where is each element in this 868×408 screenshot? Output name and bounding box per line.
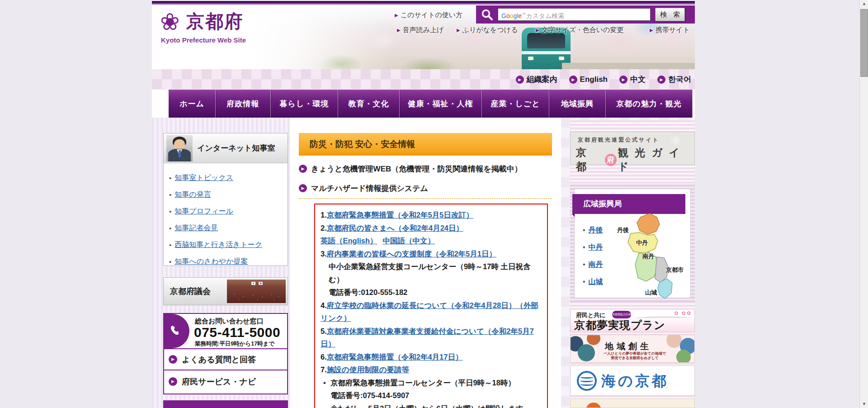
region-link[interactable]: 中丹 bbox=[589, 243, 603, 252]
scrollbar-down-button[interactable]: ▼ bbox=[860, 400, 868, 408]
governor-link[interactable]: 知事の発言 bbox=[175, 190, 211, 199]
list-item: •知事室トピックス bbox=[169, 170, 288, 186]
wave-logo-icon bbox=[577, 371, 597, 391]
sea-of-kyoto-title: 海の京都 bbox=[601, 371, 669, 391]
emergency-item-number: 6. bbox=[321, 353, 327, 361]
nav-item-kurashi[interactable]: 暮らし・環境 bbox=[271, 90, 338, 118]
governor-link[interactable]: 知事プロフィール bbox=[175, 207, 233, 216]
site-usage-link[interactable]: ▶このサイトの使い方 bbox=[395, 11, 462, 19]
partial-banner[interactable] bbox=[570, 399, 695, 408]
sea-of-kyoto-banner[interactable]: 海の京都 bbox=[570, 365, 695, 396]
region-link[interactable]: 丹後 bbox=[589, 226, 603, 235]
emergency-link[interactable]: 施設の使用制限の要請等 bbox=[327, 365, 409, 374]
nav-item-kanko[interactable]: 京都の魅力・観光 bbox=[606, 90, 693, 118]
governor-office-header[interactable]: インターネット知事室 bbox=[164, 133, 288, 163]
nav-item-home[interactable]: ホーム bbox=[169, 90, 216, 118]
search-icon bbox=[481, 8, 493, 21]
governor-link[interactable]: 知事へのさわやか提案 bbox=[175, 257, 248, 266]
regional-creation-banner[interactable]: 地域創生 一人ひとりの夢や希望が全ての地域で実現できる京都府をめざして bbox=[570, 335, 695, 363]
dream-plan-banner[interactable]: 府民と共に 京都府総合計画 ✿ ✿✿ 京都夢実現プラン bbox=[570, 309, 695, 332]
governor-office-box: インターネット知事室 •知事室トピックス •知事の発言 •知事プロフィール •知… bbox=[163, 133, 288, 266]
dream-plan-badge: 京都府総合計画 bbox=[612, 311, 631, 318]
language-link[interactable]: ▶한국어 bbox=[657, 74, 691, 85]
region-link[interactable]: 山城 bbox=[589, 277, 603, 287]
nav-item-kenko[interactable]: 健康・福祉・人権 bbox=[400, 90, 482, 118]
governor-link[interactable]: 西脇知事と行き活きトーク bbox=[175, 240, 262, 250]
governor-link[interactable]: 知事記者会見 bbox=[175, 223, 218, 233]
emergency-item-number: 1. bbox=[321, 211, 327, 219]
search-bar: Google™カスタム検索 検 索 bbox=[476, 5, 695, 24]
nav-item-fusei[interactable]: 府政情報 bbox=[216, 90, 271, 118]
language-link[interactable]: ▶組織案内 bbox=[516, 74, 557, 85]
bullet-icon: • bbox=[169, 241, 171, 249]
citizen-service-navi-link[interactable]: ▶ 府民サービス・ナビ bbox=[164, 370, 287, 393]
bullet-icon: • bbox=[169, 258, 171, 266]
utility-link-textsize[interactable]: ▶文字サイズ・色合いの変更 bbox=[536, 26, 623, 34]
region-link[interactable]: 南丹 bbox=[589, 260, 603, 270]
emergency-line: 1.京都府緊急事態措置（令和2年5月5日改訂） bbox=[321, 209, 542, 222]
emergency-line: •京都府緊急事態措置コールセンター（平日9時～18時） bbox=[321, 376, 542, 389]
emergency-plain-text: ※ただし、5月2日（土曜）から6日（水曜）は開設します。 bbox=[330, 404, 531, 408]
emergency-link[interactable]: 京都府民の皆さまへ（令和2年4月24日） bbox=[327, 224, 463, 232]
crisis-management-web-link[interactable]: ▶ きょうと危機管理WEB（危機管理・防災関連情報を掲載中） bbox=[299, 163, 522, 175]
emergency-link[interactable]: 京都府緊急事態措置（令和2年4月17日） bbox=[327, 353, 463, 361]
multi-hazard-system-link[interactable]: ▶ マルチハザード情報提供システム bbox=[299, 182, 428, 194]
emergency-link[interactable]: 京都府休業要請対象事業者支援給付金について（令和2年5月7日） bbox=[321, 327, 534, 348]
emergency-link[interactable]: 府立学校の臨時休業の延長について（令和2年4月28日）（外部リンク） bbox=[321, 301, 538, 323]
emergency-sub-link[interactable]: 中国語（中文） bbox=[383, 237, 435, 245]
emergency-plain-text: 京都府緊急事態措置コールセンター（平日9時～18時） bbox=[330, 379, 515, 387]
play-circle-icon: ▶ bbox=[169, 377, 177, 386]
map-label-nantan: 南丹 bbox=[642, 252, 654, 261]
regional-bureau-box: 広域振興局 •丹後 •中丹 •南丹 •山城 bbox=[570, 185, 695, 302]
nav-item-kyoiku[interactable]: 教育・文化 bbox=[338, 90, 400, 118]
site-logo[interactable]: ❀ 京都府 Kyoto Prefecture Web Site bbox=[160, 8, 341, 53]
utility-link-voice[interactable]: ▶音声読み上げ bbox=[397, 26, 443, 34]
governor-link[interactable]: 知事室トピックス bbox=[175, 173, 233, 183]
photo-circle bbox=[666, 335, 682, 348]
scrollbar-thumb[interactable] bbox=[860, 9, 868, 77]
search-input[interactable]: Google™カスタム検索 bbox=[498, 8, 651, 21]
governor-photo bbox=[166, 135, 193, 161]
utility-link-furigana[interactable]: ▶ふりがなをつける bbox=[457, 26, 518, 34]
scrollbar-up-button[interactable]: ▲ bbox=[860, 0, 868, 8]
photo-circle bbox=[578, 344, 595, 361]
utility-link-mobile[interactable]: ▶携帯サイト bbox=[650, 26, 690, 34]
tourism-banner-title: 京 都 府 観 光 ガ イ ド bbox=[576, 146, 694, 174]
site-header: ❀ 京都府 Kyoto Prefecture Web Site ▶このサイトの使… bbox=[152, 5, 695, 69]
japan-flag-icon bbox=[251, 282, 255, 285]
assembly-banner[interactable]: 京都府議会 bbox=[163, 277, 288, 305]
emergency-link[interactable]: 府内事業者の皆様への支援制度（令和2年5月1日） bbox=[327, 250, 496, 258]
search-placeholder-brand: Google bbox=[501, 12, 522, 19]
emergency-sub-link[interactable]: 英語（English） bbox=[321, 237, 377, 245]
emergency-link[interactable]: 京都府緊急事態措置（令和2年5月5日改訂） bbox=[327, 211, 474, 219]
search-button[interactable]: 検 索 bbox=[655, 8, 685, 21]
tourism-guide-banner[interactable]: 京都府観光連盟公式サイト 京 都 府 観 光 ガ イ ド bbox=[570, 132, 695, 165]
kyoto-flag-icon bbox=[259, 282, 263, 285]
nav-item-chiiki[interactable]: 地域振興 bbox=[549, 90, 606, 118]
kyoto-region-map[interactable]: 丹後 中丹 南丹 京都市 山城 bbox=[613, 211, 688, 301]
nav-item-sangyo[interactable]: 産業・しごと bbox=[482, 90, 549, 118]
window-scrollbar[interactable]: ▲ ▼ bbox=[859, 0, 868, 408]
orange-circle-decoration bbox=[586, 403, 601, 408]
phone-icon bbox=[169, 324, 184, 339]
map-label-tango: 丹後 bbox=[617, 226, 629, 234]
play-circle-icon: ▶ bbox=[516, 76, 524, 84]
play-circle-icon: ▶ bbox=[619, 76, 627, 84]
faq-link[interactable]: ▶ よくある質問と回答 bbox=[164, 348, 287, 370]
list-item: •山城 bbox=[583, 273, 603, 290]
list-item: •西脇知事と行き活きトーク bbox=[169, 237, 288, 253]
language-link[interactable]: ▶中文 bbox=[619, 74, 646, 85]
language-link[interactable]: ▶English bbox=[569, 75, 608, 84]
photo-circle bbox=[676, 350, 691, 363]
contact-phone-number: 075-411-5000 bbox=[194, 325, 280, 340]
emergency-item-number: 2. bbox=[321, 224, 327, 232]
triangle-bullet-icon: ▶ bbox=[397, 28, 401, 33]
blossom-icon: ✿ ✿✿ bbox=[674, 310, 692, 316]
bullet-icon: • bbox=[583, 243, 585, 251]
list-item: •知事へのさわやか提案 bbox=[169, 253, 288, 270]
bullet-icon: • bbox=[169, 224, 171, 232]
language-band: ▶組織案内 ▶English ▶中文 ▶한국어 bbox=[152, 69, 695, 90]
emergency-plain-text: 中小企業緊急経営支援コールセンター（9時～17時 土日祝含む） bbox=[329, 262, 531, 284]
play-circle-icon: ▶ bbox=[569, 76, 577, 84]
emergency-line: 7.施設の使用制限の要請等 bbox=[321, 363, 542, 376]
